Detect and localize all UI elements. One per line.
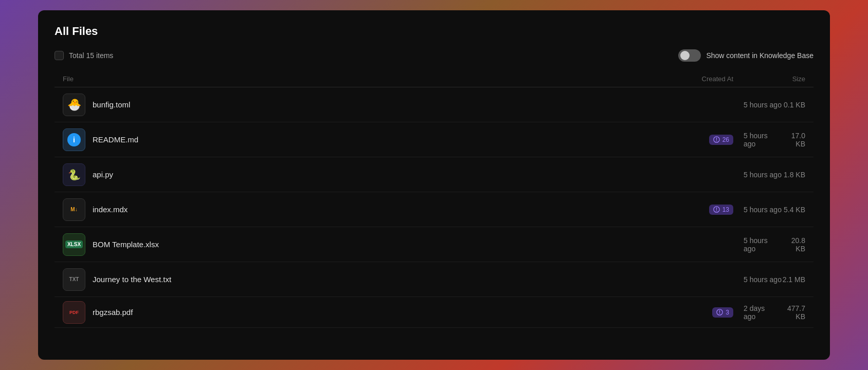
table-header: File Created At Size: [55, 71, 813, 87]
file-icon-xlsx: XLSX: [63, 233, 85, 256]
file-name: api.py: [93, 170, 113, 179]
table-row[interactable]: M↓ index.mdx 13 5 hours ago 5.4 KB: [55, 192, 813, 227]
table-row[interactable]: PDF rbgzsab.pdf 3 2 days ago 477.7 KB: [55, 297, 813, 328]
file-size: 0.1 KB: [784, 101, 805, 109]
created-at: 5 hours ago: [744, 171, 782, 179]
file-name: bunfig.toml: [93, 100, 130, 109]
table-row[interactable]: XLSX BOM Template.xlsx 5 hours ago 20.8 …: [55, 227, 813, 262]
toggle-area: Show content in Knowledge Base: [678, 49, 813, 62]
file-size: 1.8 KB: [784, 171, 805, 179]
file-badges: 13: [641, 205, 744, 215]
toolbar: Total 15 items Show content in Knowledge…: [55, 49, 813, 62]
file-icon-txt: TXT: [63, 268, 85, 291]
header-file: File: [63, 75, 641, 83]
file-badges: 26: [641, 135, 744, 145]
toggle-label: Show content in Knowledge Base: [706, 51, 813, 60]
file-icon-readme: i: [63, 128, 85, 151]
select-all-checkbox[interactable]: [55, 51, 64, 60]
chunk-icon: [713, 206, 720, 213]
created-at: 5 hours ago: [744, 101, 782, 109]
chunk-icon: [716, 309, 723, 316]
file-size: 17.0 KB: [781, 132, 805, 148]
file-cell: XLSX BOM Template.xlsx: [63, 233, 641, 256]
file-size: 20.8 KB: [781, 236, 805, 253]
file-icon-py: 🐍: [63, 163, 85, 186]
created-at: 5 hours ago: [744, 206, 782, 214]
table-row[interactable]: i README.md 26 5 hours ago 17.0 KB: [55, 122, 813, 157]
file-name: Journey to the West.txt: [93, 275, 171, 284]
table-body: 🐣 bunfig.toml 5 hours ago 0.1 KB i READM…: [55, 87, 813, 328]
created-at: 5 hours ago: [744, 132, 781, 148]
chunk-badge: 13: [709, 205, 733, 215]
file-size: 2.1 MB: [783, 275, 805, 284]
header-created-at: Created At: [641, 75, 744, 83]
svg-point-5: [716, 210, 717, 211]
svg-point-2: [716, 140, 717, 141]
knowledge-base-toggle[interactable]: [678, 49, 701, 62]
file-name: BOM Template.xlsx: [93, 240, 159, 249]
file-icon-bun: 🐣: [63, 94, 85, 116]
file-name: README.md: [93, 135, 138, 144]
file-cell: 🐍 api.py: [63, 163, 641, 186]
file-size: 5.4 KB: [784, 206, 805, 214]
file-size: 477.7 KB: [777, 304, 805, 321]
chunk-count: 26: [722, 136, 729, 143]
main-panel: All Files Total 15 items Show content in…: [38, 10, 830, 360]
file-badges: 3: [641, 307, 744, 318]
chunk-count: 3: [726, 309, 729, 316]
created-at: 5 hours ago: [744, 275, 782, 284]
page-title: All Files: [55, 25, 813, 38]
file-icon-mdx: M↓: [63, 198, 85, 221]
header-size: Size: [744, 75, 805, 83]
table-row[interactable]: 🐍 api.py 5 hours ago 1.8 KB: [55, 157, 813, 192]
file-name: index.mdx: [93, 205, 128, 214]
file-name: rbgzsab.pdf: [93, 308, 133, 317]
created-at: 2 days ago: [744, 304, 777, 321]
table-row[interactable]: TXT Journey to the West.txt 5 hours ago …: [55, 262, 813, 297]
toolbar-left: Total 15 items: [55, 51, 113, 60]
file-cell: PDF rbgzsab.pdf: [63, 301, 641, 324]
file-icon-pdf: PDF: [63, 301, 85, 324]
file-cell: i README.md: [63, 128, 641, 151]
created-at: 5 hours ago: [744, 236, 781, 253]
chunk-badge: 26: [709, 135, 733, 145]
table-row[interactable]: 🐣 bunfig.toml 5 hours ago 0.1 KB: [55, 87, 813, 122]
file-cell: 🐣 bunfig.toml: [63, 94, 641, 116]
file-cell: M↓ index.mdx: [63, 198, 641, 221]
file-cell: TXT Journey to the West.txt: [63, 268, 641, 291]
svg-point-8: [719, 313, 720, 314]
chunk-count: 13: [722, 206, 729, 213]
total-items-label: Total 15 items: [69, 51, 113, 60]
chunk-icon: [713, 136, 720, 143]
chunk-badge: 3: [712, 307, 733, 318]
